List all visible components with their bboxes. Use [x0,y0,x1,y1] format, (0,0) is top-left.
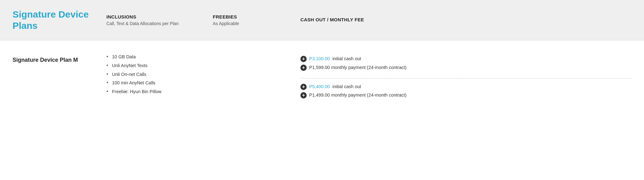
title-column: Signature Device Plans [13,9,100,31]
cashout-column: + P3,100.00 initial cash out + P1,599.00… [294,50,631,106]
initial-label: initial cash out [332,84,361,89]
page-title: Signature Device Plans [13,9,100,31]
cashout-initial-text: P5,400.00 initial cash out [309,83,631,90]
plus-icon: + [300,56,307,62]
list-item: 10 GB Data [106,54,207,61]
plan-name-column: Signature Device Plan M [13,50,100,63]
inclusions-label: INCLUSIONS [106,14,207,19]
cashout-option: + P5,400.00 initial cash out + P1,499.00… [300,78,631,106]
freebies-label: FREEBIES [213,14,294,19]
freebies-sublabel: As Applicable [213,21,239,26]
cashout-label: CASH OUT / MONTHLY FEE [300,17,631,22]
list-item: 100 min AnyNet Calls [106,80,207,87]
list-item: Unli On-net Calls [106,71,207,78]
plus-icon: + [300,92,307,98]
list-item: Freebie: Hyun Bin Pillow [106,88,207,95]
initial-label: initial cash out [332,56,361,61]
plus-icon: + [300,84,307,90]
cashout-monthly-line: + P1,499.00 monthly payment (24-month co… [300,92,631,99]
initial-price: P3,100.00 [309,56,330,61]
inclusions-list: 10 GB DataUnli AnyNet TextsUnli On-net C… [106,54,207,95]
cashout-monthly-text: P1,499.00 monthly payment (24-month cont… [309,92,631,99]
cashout-initial-text: P3,100.00 initial cash out [309,56,631,62]
plan-name: Signature Device Plan M [13,57,78,63]
cashout-initial-line: + P5,400.00 initial cash out [300,83,631,90]
cashout-column-header: CASH OUT / MONTHLY FEE [294,17,631,24]
inclusions-column: 10 GB DataUnli AnyNet TextsUnli On-net C… [100,50,207,97]
inclusions-sublabel: Call, Text & Data Allocations per Plan [106,21,179,26]
cashout-monthly-line: + P1,599.00 monthly payment (24-month co… [300,64,631,71]
cashout-initial-line: + P3,100.00 initial cash out [300,56,631,62]
freebies-column-header: FREEBIES As Applicable [207,14,294,26]
inclusions-column-header: INCLUSIONS Call, Text & Data Allocations… [100,14,207,26]
plan-row: Signature Device Plan M 10 GB DataUnli A… [0,40,644,116]
cashout-monthly-text: P1,599.00 monthly payment (24-month cont… [309,64,631,71]
plus-icon: + [300,65,307,71]
header-row: Signature Device Plans INCLUSIONS Call, … [0,0,644,40]
initial-price: P5,400.00 [309,84,330,89]
cashout-option: + P3,100.00 initial cash out + P1,599.00… [300,50,631,78]
list-item: Unli AnyNet Texts [106,62,207,69]
